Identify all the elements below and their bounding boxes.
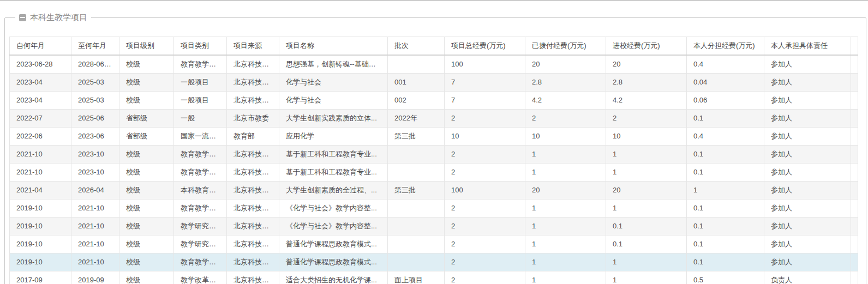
table-cell: 002	[388, 92, 445, 110]
table-cell: 教育教学改革	[174, 164, 227, 182]
column-header[interactable]: 项目总经费(万元)	[445, 37, 525, 56]
column-header[interactable]: 已拨付经费(万元)	[525, 37, 606, 56]
table-cell: 1	[525, 235, 606, 253]
column-header[interactable]: 项目类别	[174, 37, 227, 56]
table-row[interactable]: 2023-042025-03校级一般项目北京科技大...化学与社会00172.8…	[10, 74, 858, 92]
table-cell: 教学研究项目	[174, 217, 227, 235]
table-cell: 0.1	[687, 164, 764, 182]
table-cell: 2026-04	[71, 182, 119, 200]
table-cell: 教学研究项目	[174, 235, 227, 253]
scrollbar-filler-cell	[851, 253, 858, 271]
scrollbar-filler-cell	[851, 235, 858, 253]
table-cell: 2	[445, 146, 525, 164]
table-cell: 参加人	[764, 217, 851, 235]
column-header[interactable]: 本人分担经费(万元)	[687, 37, 764, 56]
table-cell: 一般项目	[174, 92, 227, 110]
table-row[interactable]: 2023-06-282028-06-28校级教育教学改革北京科技大学思想强基，创…	[10, 55, 858, 74]
column-header[interactable]: 项目级别	[119, 37, 174, 56]
table-cell: 2	[445, 164, 525, 182]
column-header[interactable]: 项目来源	[227, 37, 279, 56]
table-cell: 校级	[119, 235, 174, 253]
column-header[interactable]: 至何年月	[71, 37, 119, 56]
table-cell: 北京科技大学	[227, 271, 279, 284]
table-cell: 适合大类招生的无机化学课...	[279, 271, 388, 284]
table-cell: 教育部	[227, 128, 279, 146]
table-row[interactable]: 2019-102021-10校级教育教学改革北京科技大学普通化学课程思政教育模式…	[10, 253, 858, 271]
table-cell: 1	[687, 182, 764, 200]
table-cell: 大学生创新素质的全过程、...	[279, 182, 388, 200]
table-cell: 1	[606, 200, 687, 217]
table-cell: 2	[445, 235, 525, 253]
table-cell: 0.4	[687, 55, 764, 74]
table-row[interactable]: 2021-102023-10校级教育教学改革北京科技大学基于新工科和工程教育专业…	[10, 164, 858, 182]
table-cell: 0.1	[687, 110, 764, 128]
table-cell: 北京科技大学	[227, 182, 279, 200]
table-cell: 北京科技大学	[227, 200, 279, 217]
table-cell: 4.2	[606, 92, 687, 110]
table-cell: 校级	[119, 92, 174, 110]
column-header[interactable]: 项目名称	[279, 37, 388, 56]
table-row[interactable]: 2021-102023-10校级教育教学改革北京科技大学基于新工科和工程教育专业…	[10, 146, 858, 164]
table-row[interactable]: 2019-102021-10校级教学研究项目北京科技大学《化学与社会》教学内容整…	[10, 217, 858, 235]
table-cell: 参加人	[764, 110, 851, 128]
table-cell: 2023-10	[71, 146, 119, 164]
table-row[interactable]: 2019-102021-10校级教学研究项目北京科技大学普通化学课程思政教育模式…	[10, 235, 858, 253]
table-cell: 0.1	[606, 217, 687, 235]
table-cell: 普通化学课程思政教育模式...	[279, 253, 388, 271]
table-cell: 省部级	[119, 128, 174, 146]
table-cell: 2019-10	[10, 200, 71, 217]
table-cell	[388, 200, 445, 217]
scrollbar-filler-cell	[851, 146, 858, 164]
table-cell: 001	[388, 74, 445, 92]
table-cell: 第三批	[388, 128, 445, 146]
table-cell: 北京市教委	[227, 110, 279, 128]
table-cell: 校级	[119, 217, 174, 235]
projects-table-container: 自何年月至何年月项目级别项目类别项目来源项目名称批次项目总经费(万元)已拨付经费…	[9, 37, 861, 284]
table-cell: 2025-06	[71, 110, 119, 128]
table-cell: 《化学与社会》教学内容整...	[279, 217, 388, 235]
table-cell: 20	[525, 182, 606, 200]
table-row[interactable]: 2022-072025-06省部级一般北京市教委大学生创新实践素质的立体...2…	[10, 110, 858, 128]
table-cell: 2.8	[525, 74, 606, 92]
table-row[interactable]: 2019-102021-10校级教育教学改革北京科技大学《化学与社会》教学内容整…	[10, 200, 858, 217]
table-header-row: 自何年月至何年月项目级别项目类别项目来源项目名称批次项目总经费(万元)已拨付经费…	[10, 37, 858, 56]
scrollbar-filler-cell	[851, 271, 858, 284]
projects-table: 自何年月至何年月项目级别项目类别项目来源项目名称批次项目总经费(万元)已拨付经费…	[9, 37, 858, 284]
table-cell: 7	[445, 74, 525, 92]
column-header[interactable]: 本人承担具体责任	[764, 37, 851, 56]
table-cell: 校级	[119, 253, 174, 271]
table-cell: 10	[445, 128, 525, 146]
table-cell: 校级	[119, 182, 174, 200]
table-cell: 1	[606, 271, 687, 284]
table-cell: 北京科技大学	[227, 164, 279, 182]
collapse-minus-icon[interactable]	[19, 14, 26, 21]
table-row[interactable]: 2023-042025-03校级一般项目北京科技大...化学与社会00274.2…	[10, 92, 858, 110]
scrollbar-filler-cell	[851, 55, 858, 74]
column-header[interactable]: 批次	[388, 37, 445, 56]
column-header[interactable]: 自何年月	[10, 37, 71, 56]
table-cell: 应用化学	[279, 128, 388, 146]
table-cell: 2	[445, 217, 525, 235]
table-cell: 2	[606, 110, 687, 128]
table-row[interactable]: 2017-092019-09校级教学改革项目北京科技大学适合大类招生的无机化学课…	[10, 271, 858, 284]
scrollbar-filler-cell	[851, 92, 858, 110]
table-cell: 一般	[174, 110, 227, 128]
table-row[interactable]: 2021-042026-04校级本科教育教...北京科技大学大学生创新素质的全过…	[10, 182, 858, 200]
table-cell: 参加人	[764, 253, 851, 271]
table-cell: 1	[606, 253, 687, 271]
scrollbar-filler-cell	[851, 164, 858, 182]
table-cell: 10	[606, 128, 687, 146]
table-cell: 2019-09	[71, 271, 119, 284]
scrollbar-filler-cell	[851, 182, 858, 200]
table-cell: 1	[525, 164, 606, 182]
scrollbar-filler-cell	[851, 37, 858, 56]
table-cell: 4.2	[525, 92, 606, 110]
table-cell: 一般项目	[174, 74, 227, 92]
column-header[interactable]: 进校经费(万元)	[606, 37, 687, 56]
table-cell: 参加人	[764, 55, 851, 74]
table-cell: 2023-04	[10, 74, 71, 92]
table-cell: 1	[525, 253, 606, 271]
table-row[interactable]: 2022-062023-06省部级国家一流本...教育部应用化学第三批10101…	[10, 128, 858, 146]
table-cell: 基于新工科和工程教育专业...	[279, 164, 388, 182]
table-cell: 2021-04	[10, 182, 71, 200]
